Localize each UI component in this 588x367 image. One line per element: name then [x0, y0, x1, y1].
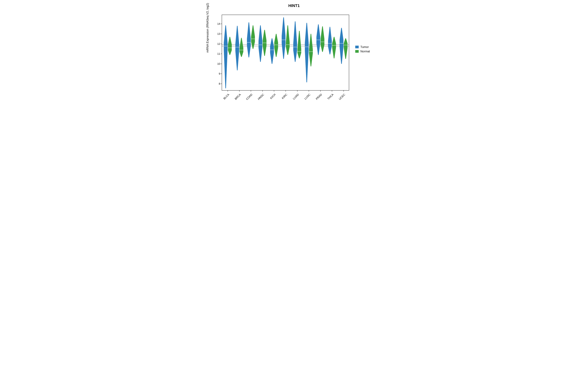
y-tick — [221, 34, 222, 34]
legend-item-tumor: Tumor — [355, 45, 370, 49]
y-tick — [221, 64, 222, 64]
x-tick-label: KICH — [268, 93, 276, 101]
legend-label-normal: Normal — [360, 50, 370, 53]
y-tick — [221, 24, 222, 24]
legend-swatch-tumor — [355, 46, 359, 48]
x-tick-label: PRAD — [314, 93, 323, 101]
y-tick-label: 9 — [219, 72, 220, 75]
x-tick-label: KIRC — [280, 93, 288, 101]
violin — [222, 15, 349, 91]
y-tick — [221, 54, 222, 54]
y-axis-label: mRNA Expression (RNASeq V2, log2) — [206, 3, 209, 53]
y-tick-label: 13 — [217, 32, 220, 35]
y-tick-label: 10 — [217, 62, 220, 66]
y-tick-label: 11 — [217, 52, 220, 55]
x-tick-label: LUSC — [303, 93, 311, 101]
x-tick-label: LUAD — [291, 93, 300, 101]
x-tick-label: BRCA — [233, 93, 242, 101]
y-tick — [221, 84, 222, 84]
violin-body — [344, 38, 347, 59]
x-tick-label: HNSC — [256, 93, 265, 101]
y-tick — [221, 44, 222, 44]
chart-stage: HINT1 mRNA Expression (RNASeq V2, log2) … — [205, 0, 383, 112]
x-tick-label: BLCA — [222, 93, 230, 101]
x-tick-label: COAD — [245, 93, 253, 101]
legend-item-normal: Normal — [355, 50, 370, 53]
y-tick-label: 8 — [219, 82, 220, 85]
legend-label-tumor: Tumor — [360, 45, 369, 49]
legend: Tumor Normal — [355, 45, 370, 54]
plot-area: 891011121314BLCABRCACOADHNSCKICHKIRCLUAD… — [222, 15, 349, 91]
y-tick-label: 12 — [217, 42, 220, 45]
legend-swatch-normal — [355, 50, 359, 53]
x-tick-label: UCEC — [337, 93, 346, 101]
x-tick-label: THCA — [326, 93, 334, 101]
y-tick-label: 14 — [217, 22, 220, 25]
chart-title: HINT1 — [205, 3, 383, 8]
y-tick — [221, 74, 222, 74]
